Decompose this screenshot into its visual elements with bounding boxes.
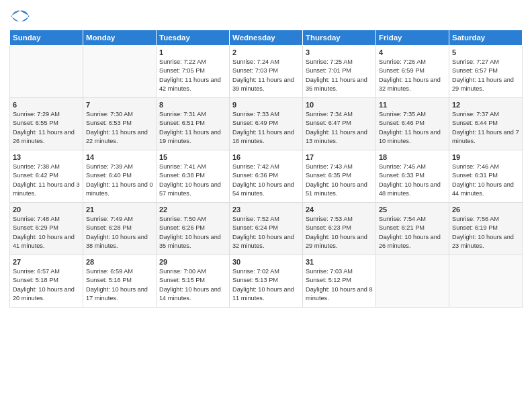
day-info: Sunrise: 7:00 AMSunset: 5:15 PMDaylight:… bbox=[159, 267, 226, 303]
day-number: 8 bbox=[159, 101, 226, 109]
day-number: 13 bbox=[13, 153, 80, 161]
day-info: Sunrise: 7:34 AMSunset: 6:47 PMDaylight:… bbox=[306, 110, 373, 146]
day-info: Sunrise: 7:56 AMSunset: 6:19 PMDaylight:… bbox=[452, 215, 519, 250]
day-number: 23 bbox=[232, 205, 300, 214]
day-number: 27 bbox=[13, 258, 80, 266]
day-number: 11 bbox=[379, 101, 446, 109]
calendar-week-3: 20Sunrise: 7:48 AMSunset: 6:29 PMDayligh… bbox=[10, 203, 523, 255]
logo-bird-icon bbox=[11, 9, 30, 24]
col-thursday: Thursday bbox=[303, 30, 376, 46]
day-info: Sunrise: 7:03 AMSunset: 5:12 PMDaylight:… bbox=[306, 267, 373, 303]
day-info: Sunrise: 7:45 AMSunset: 6:33 PMDaylight:… bbox=[379, 163, 446, 198]
day-info: Sunrise: 7:31 AMSunset: 6:51 PMDaylight:… bbox=[159, 110, 226, 146]
day-info: Sunrise: 7:25 AMSunset: 7:01 PMDaylight:… bbox=[306, 58, 373, 93]
day-info: Sunrise: 7:46 AMSunset: 6:31 PMDaylight:… bbox=[452, 163, 519, 198]
day-info: Sunrise: 7:41 AMSunset: 6:38 PMDaylight:… bbox=[159, 163, 226, 198]
calendar-cell: 15Sunrise: 7:41 AMSunset: 6:38 PMDayligh… bbox=[157, 150, 230, 203]
page-header bbox=[9, 7, 523, 24]
col-monday: Monday bbox=[83, 30, 157, 46]
day-info: Sunrise: 7:30 AMSunset: 6:53 PMDaylight:… bbox=[86, 110, 153, 146]
calendar-cell: 6Sunrise: 7:29 AMSunset: 6:55 PMDaylight… bbox=[10, 98, 83, 150]
day-info: Sunrise: 7:26 AMSunset: 6:59 PMDaylight:… bbox=[379, 58, 446, 93]
day-info: Sunrise: 7:42 AMSunset: 6:36 PMDaylight:… bbox=[232, 163, 300, 198]
calendar-cell: 17Sunrise: 7:43 AMSunset: 6:35 PMDayligh… bbox=[303, 150, 376, 203]
day-info: Sunrise: 7:22 AMSunset: 7:05 PMDaylight:… bbox=[159, 58, 226, 93]
day-number: 24 bbox=[306, 205, 373, 214]
day-number: 17 bbox=[306, 153, 373, 161]
day-info: Sunrise: 7:49 AMSunset: 6:28 PMDaylight:… bbox=[86, 215, 153, 250]
calendar-body: 1Sunrise: 7:22 AMSunset: 7:05 PMDaylight… bbox=[10, 46, 523, 308]
calendar-cell: 7Sunrise: 7:30 AMSunset: 6:53 PMDaylight… bbox=[83, 98, 157, 150]
day-info: Sunrise: 7:52 AMSunset: 6:24 PMDaylight:… bbox=[232, 215, 300, 250]
calendar-cell: 31Sunrise: 7:03 AMSunset: 5:12 PMDayligh… bbox=[303, 255, 376, 308]
day-info: Sunrise: 6:59 AMSunset: 5:16 PMDaylight:… bbox=[86, 267, 153, 303]
calendar-week-2: 13Sunrise: 7:38 AMSunset: 6:42 PMDayligh… bbox=[10, 150, 523, 203]
calendar-cell: 8Sunrise: 7:31 AMSunset: 6:51 PMDaylight… bbox=[157, 98, 230, 150]
day-info: Sunrise: 7:02 AMSunset: 5:13 PMDaylight:… bbox=[232, 267, 300, 303]
calendar-cell: 27Sunrise: 6:57 AMSunset: 5:18 PMDayligh… bbox=[10, 255, 83, 308]
calendar-cell: 10Sunrise: 7:34 AMSunset: 6:47 PMDayligh… bbox=[303, 98, 376, 150]
calendar-cell: 3Sunrise: 7:25 AMSunset: 7:01 PMDaylight… bbox=[303, 46, 376, 98]
calendar-cell: 1Sunrise: 7:22 AMSunset: 7:05 PMDaylight… bbox=[157, 46, 230, 98]
day-info: Sunrise: 7:50 AMSunset: 6:26 PMDaylight:… bbox=[159, 215, 226, 250]
day-info: Sunrise: 7:38 AMSunset: 6:42 PMDaylight:… bbox=[13, 163, 80, 198]
day-number: 26 bbox=[452, 205, 519, 214]
calendar-header: Sunday Monday Tuesday Wednesday Thursday… bbox=[10, 30, 523, 46]
calendar-cell: 28Sunrise: 6:59 AMSunset: 5:16 PMDayligh… bbox=[83, 255, 157, 308]
day-number: 9 bbox=[232, 101, 300, 109]
day-number: 19 bbox=[452, 153, 519, 161]
calendar-cell: 2Sunrise: 7:24 AMSunset: 7:03 PMDaylight… bbox=[230, 46, 303, 98]
day-info: Sunrise: 7:27 AMSunset: 6:57 PMDaylight:… bbox=[452, 58, 519, 93]
page-container: Sunday Monday Tuesday Wednesday Thursday… bbox=[0, 0, 532, 314]
calendar-week-4: 27Sunrise: 6:57 AMSunset: 5:18 PMDayligh… bbox=[10, 255, 523, 308]
day-info: Sunrise: 7:35 AMSunset: 6:46 PMDaylight:… bbox=[379, 110, 446, 146]
calendar-cell: 29Sunrise: 7:00 AMSunset: 5:15 PMDayligh… bbox=[157, 255, 230, 308]
calendar-cell: 16Sunrise: 7:42 AMSunset: 6:36 PMDayligh… bbox=[230, 150, 303, 203]
day-number: 14 bbox=[86, 153, 153, 161]
calendar-cell bbox=[10, 46, 83, 98]
calendar-week-0: 1Sunrise: 7:22 AMSunset: 7:05 PMDaylight… bbox=[10, 46, 523, 98]
day-number: 31 bbox=[306, 258, 373, 266]
day-number: 6 bbox=[13, 101, 80, 109]
col-friday: Friday bbox=[376, 30, 449, 46]
calendar-cell: 13Sunrise: 7:38 AMSunset: 6:42 PMDayligh… bbox=[10, 150, 83, 203]
day-number: 1 bbox=[159, 48, 226, 56]
day-info: Sunrise: 7:24 AMSunset: 7:03 PMDaylight:… bbox=[232, 58, 300, 93]
calendar-cell: 30Sunrise: 7:02 AMSunset: 5:13 PMDayligh… bbox=[230, 255, 303, 308]
calendar-cell: 11Sunrise: 7:35 AMSunset: 6:46 PMDayligh… bbox=[376, 98, 449, 150]
day-number: 5 bbox=[452, 48, 519, 56]
day-number: 20 bbox=[13, 205, 80, 214]
day-info: Sunrise: 6:57 AMSunset: 5:18 PMDaylight:… bbox=[13, 267, 80, 303]
calendar-cell: 14Sunrise: 7:39 AMSunset: 6:40 PMDayligh… bbox=[83, 150, 157, 203]
calendar-table: Sunday Monday Tuesday Wednesday Thursday… bbox=[9, 30, 523, 308]
col-tuesday: Tuesday bbox=[157, 30, 230, 46]
day-info: Sunrise: 7:48 AMSunset: 6:29 PMDaylight:… bbox=[13, 215, 80, 250]
calendar-cell: 5Sunrise: 7:27 AMSunset: 6:57 PMDaylight… bbox=[449, 46, 523, 98]
calendar-cell: 26Sunrise: 7:56 AMSunset: 6:19 PMDayligh… bbox=[449, 203, 523, 255]
day-number: 15 bbox=[159, 153, 226, 161]
day-number: 22 bbox=[159, 205, 226, 214]
day-number: 25 bbox=[379, 205, 446, 214]
day-info: Sunrise: 7:43 AMSunset: 6:35 PMDaylight:… bbox=[306, 163, 373, 198]
day-number: 28 bbox=[86, 258, 153, 266]
calendar-cell: 23Sunrise: 7:52 AMSunset: 6:24 PMDayligh… bbox=[230, 203, 303, 255]
calendar-cell: 21Sunrise: 7:49 AMSunset: 6:28 PMDayligh… bbox=[83, 203, 157, 255]
calendar-cell: 25Sunrise: 7:54 AMSunset: 6:21 PMDayligh… bbox=[376, 203, 449, 255]
day-number: 3 bbox=[306, 48, 373, 56]
day-number: 12 bbox=[452, 101, 519, 109]
day-info: Sunrise: 7:53 AMSunset: 6:23 PMDaylight:… bbox=[306, 215, 373, 250]
day-info: Sunrise: 7:33 AMSunset: 6:49 PMDaylight:… bbox=[232, 110, 300, 146]
calendar-cell: 19Sunrise: 7:46 AMSunset: 6:31 PMDayligh… bbox=[449, 150, 523, 203]
day-number: 16 bbox=[232, 153, 300, 161]
day-number: 30 bbox=[232, 258, 300, 266]
calendar-cell: 9Sunrise: 7:33 AMSunset: 6:49 PMDaylight… bbox=[230, 98, 303, 150]
calendar-cell bbox=[449, 255, 523, 308]
day-number: 2 bbox=[232, 48, 300, 56]
calendar-cell bbox=[376, 255, 449, 308]
calendar-cell: 18Sunrise: 7:45 AMSunset: 6:33 PMDayligh… bbox=[376, 150, 449, 203]
day-number: 7 bbox=[86, 101, 153, 109]
calendar-week-1: 6Sunrise: 7:29 AMSunset: 6:55 PMDaylight… bbox=[10, 98, 523, 150]
col-saturday: Saturday bbox=[449, 30, 523, 46]
day-number: 18 bbox=[379, 153, 446, 161]
day-info: Sunrise: 7:54 AMSunset: 6:21 PMDaylight:… bbox=[379, 215, 446, 250]
